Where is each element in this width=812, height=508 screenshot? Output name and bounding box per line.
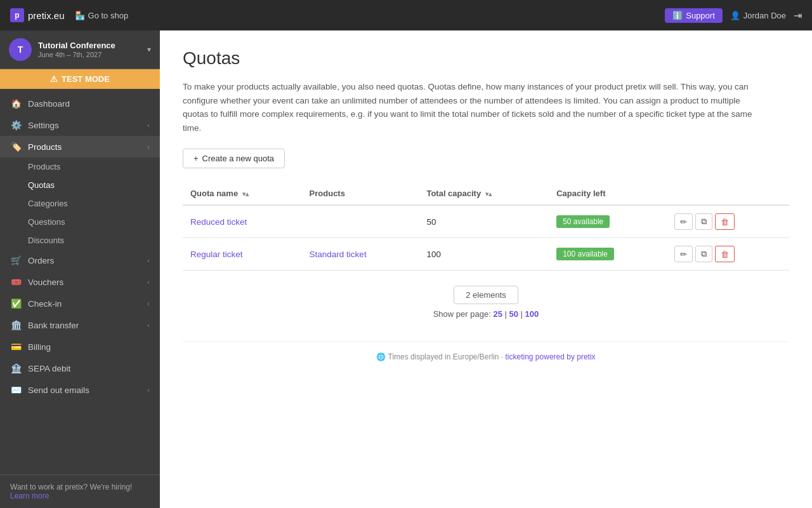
chevron-right-icon: ‹ bbox=[147, 257, 150, 264]
sidebar-item-billing[interactable]: 💳 Billing bbox=[0, 336, 160, 358]
main-content: Quotas To make your products actually av… bbox=[160, 30, 812, 508]
hiring-link[interactable]: Learn more bbox=[10, 491, 49, 500]
chevron-right-icon: ‹ bbox=[147, 386, 150, 394]
actions-cell: ✏ ⧉ 🗑 bbox=[667, 238, 789, 271]
quota-name-link[interactable]: Regular ticket bbox=[190, 250, 243, 259]
availability-badge: 100 available bbox=[556, 248, 614, 260]
sidebar-item-checkin[interactable]: ✅ Check-in ‹ bbox=[0, 293, 160, 314]
billing-icon: 💳 bbox=[10, 342, 22, 352]
per-page-50[interactable]: 50 bbox=[509, 309, 518, 319]
event-selector[interactable]: T Tutorial Conference June 4th – 7th, 20… bbox=[0, 30, 160, 69]
plus-icon: + bbox=[193, 154, 199, 163]
hiring-banner: Want to work at pretix? We're hiring! Le… bbox=[0, 474, 160, 508]
sidebar-item-label: Orders bbox=[28, 256, 54, 265]
sidebar-subitem-categories[interactable]: Categories bbox=[0, 194, 160, 213]
chevron-right-icon: ‹ bbox=[147, 278, 150, 286]
sidebar-item-settings[interactable]: ⚙️ Settings ‹ bbox=[0, 114, 160, 136]
page-title: Quotas bbox=[183, 48, 789, 69]
page-description: To make your products actually available… bbox=[183, 80, 766, 135]
delete-button[interactable]: 🗑 bbox=[715, 246, 735, 262]
capacity-left-cell: 100 available bbox=[549, 238, 667, 271]
event-name: Tutorial Conference bbox=[38, 41, 141, 51]
warning-icon: ⚠ bbox=[50, 74, 58, 84]
chevron-right-icon: ‹ bbox=[147, 321, 150, 329]
bank-transfer-icon: 🏛️ bbox=[10, 320, 22, 330]
checkin-icon: ✅ bbox=[10, 298, 22, 309]
logout-button[interactable]: ⇥ bbox=[794, 10, 802, 22]
elements-count: 2 elements bbox=[454, 286, 518, 304]
sidebar-item-dashboard[interactable]: 🏠 Dashboard bbox=[0, 93, 160, 114]
sidebar-item-vouchers[interactable]: 🎟️ Vouchers ‹ bbox=[0, 271, 160, 293]
copy-button[interactable]: ⧉ bbox=[695, 246, 712, 262]
capacity-left-cell: 50 available bbox=[549, 205, 667, 238]
user-menu[interactable]: 👤 Jordan Doe bbox=[730, 11, 786, 20]
table-header-row: Quota name ▾▴ Products Total capacity ▾▴… bbox=[183, 182, 789, 205]
sidebar-subitem-products[interactable]: Products bbox=[0, 157, 160, 176]
edit-button[interactable]: ✏ bbox=[674, 213, 693, 230]
chevron-right-icon: ‹ bbox=[147, 121, 150, 129]
brand-logo[interactable]: p pretix.eu bbox=[10, 8, 65, 22]
event-info: Tutorial Conference June 4th – 7th, 2027 bbox=[38, 41, 141, 59]
sidebar-subitem-quotas[interactable]: Quotas bbox=[0, 176, 160, 194]
products-submenu: Products Quotas Categories Questions Dis… bbox=[0, 157, 160, 250]
sidebar-item-label: Send out emails bbox=[28, 385, 89, 395]
sidebar-item-orders[interactable]: 🛒 Orders ‹ bbox=[0, 250, 160, 271]
sidebar-item-bank-transfer[interactable]: 🏛️ Bank transfer ‹ bbox=[0, 314, 160, 336]
per-page-25[interactable]: 25 bbox=[493, 309, 502, 319]
col-actions bbox=[667, 182, 789, 205]
sidebar-item-sepa[interactable]: 🏦 SEPA debit bbox=[0, 358, 160, 379]
sidebar-item-products[interactable]: 🏷️ Products ‹ bbox=[0, 136, 160, 157]
edit-button[interactable]: ✏ bbox=[674, 246, 693, 262]
delete-button[interactable]: 🗑 bbox=[715, 213, 735, 230]
sidebar-item-label: Vouchers bbox=[28, 277, 63, 287]
sidebar-subitem-questions[interactable]: Questions bbox=[0, 213, 160, 231]
col-capacity-left: Capacity left bbox=[549, 182, 667, 205]
vouchers-icon: 🎟️ bbox=[10, 277, 22, 287]
sidebar-nav: 🏠 Dashboard ⚙️ Settings ‹ 🏷️ Products ‹ … bbox=[0, 89, 160, 474]
event-avatar: T bbox=[9, 38, 32, 61]
chevron-right-icon: ‹ bbox=[147, 300, 150, 307]
sidebar-item-label: SEPA debit bbox=[28, 364, 70, 373]
chevron-down-icon: ‹ bbox=[147, 143, 150, 150]
quota-name-link[interactable]: Reduced ticket bbox=[190, 217, 247, 227]
table-row: Reduced ticket 50 50 available ✏ ⧉ 🗑 bbox=[183, 205, 789, 238]
action-buttons: ✏ ⧉ 🗑 bbox=[674, 213, 782, 230]
products-icon: 🏷️ bbox=[10, 142, 22, 152]
col-quota-name[interactable]: Quota name ▾▴ bbox=[183, 182, 302, 205]
shop-icon: 🏪 bbox=[75, 11, 85, 20]
create-quota-button[interactable]: + Create a new quota bbox=[183, 149, 285, 168]
sepa-icon: 🏦 bbox=[10, 363, 22, 373]
event-chevron-icon: ▾ bbox=[147, 45, 151, 54]
support-button[interactable]: ℹ️ Support bbox=[665, 8, 723, 23]
total-capacity-cell: 100 bbox=[419, 238, 549, 271]
col-products: Products bbox=[302, 182, 419, 205]
sort-icon: ▾▴ bbox=[485, 190, 492, 197]
sidebar-item-label: Dashboard bbox=[28, 99, 70, 109]
per-page-100[interactable]: 100 bbox=[525, 309, 539, 319]
top-navbar: p pretix.eu 🏪 Go to shop ℹ️ Support 👤 Jo… bbox=[0, 0, 812, 30]
brand-name: pretix.eu bbox=[28, 10, 65, 21]
quota-name-cell: Reduced ticket bbox=[183, 205, 302, 238]
sidebar-subitem-discounts[interactable]: Discounts bbox=[0, 231, 160, 250]
sidebar-item-label: Billing bbox=[28, 342, 51, 352]
actions-cell: ✏ ⧉ 🗑 bbox=[667, 205, 789, 238]
sort-icon: ▾▴ bbox=[242, 190, 249, 197]
powered-by-link[interactable]: ticketing powered by pretix bbox=[506, 352, 596, 361]
pagination: 2 elements Show per page: 25 | 50 | 100 bbox=[183, 286, 789, 319]
quota-name-cell: Regular ticket bbox=[183, 238, 302, 271]
sidebar-item-send-emails[interactable]: ✉️ Send out emails ‹ bbox=[0, 379, 160, 401]
quotas-table: Quota name ▾▴ Products Total capacity ▾▴… bbox=[183, 182, 789, 271]
settings-icon: ⚙️ bbox=[10, 120, 22, 130]
per-page-selector: Show per page: 25 | 50 | 100 bbox=[433, 309, 539, 319]
sidebar-item-label: Check-in bbox=[28, 299, 62, 309]
col-total-capacity[interactable]: Total capacity ▾▴ bbox=[419, 182, 549, 205]
products-cell: Standard ticket bbox=[302, 238, 419, 271]
timezone-text: Times displayed in Europe/Berlin bbox=[388, 352, 499, 361]
timezone-info-icon: 🌐 bbox=[376, 352, 386, 361]
sidebar-item-label: Settings bbox=[28, 121, 59, 130]
orders-icon: 🛒 bbox=[10, 255, 22, 265]
go-to-shop-link[interactable]: 🏪 Go to shop bbox=[75, 11, 129, 20]
product-link[interactable]: Standard ticket bbox=[310, 250, 367, 259]
copy-button[interactable]: ⧉ bbox=[695, 213, 712, 230]
table-row: Regular ticket Standard ticket 100 100 a… bbox=[183, 238, 789, 271]
